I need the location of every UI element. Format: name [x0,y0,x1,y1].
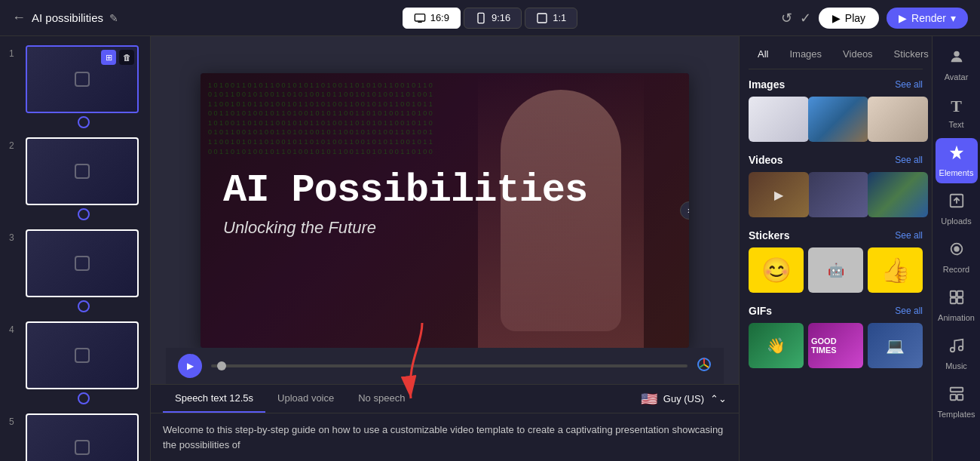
slide-copy-icon[interactable]: ⊞ [101,50,116,65]
video-thumb-1[interactable]: ▶ [749,172,809,217]
speech-text-tab[interactable]: Speech text 12.5s [163,385,265,413]
bottom-panel: Speech text 12.5s Upload voice No speech… [151,384,739,461]
slide-thumb-icons: ⊞ 🗑 [101,50,134,65]
slide-delete-icon[interactable]: 🗑 [119,50,134,65]
speech-tabs: Speech text 12.5s Upload voice No speech… [151,385,739,413]
no-speech-tab[interactable]: No speech [346,385,417,413]
slide-item[interactable]: 1 ⊞ 🗑 [6,42,144,131]
render-button[interactable]: ▶ Render ▾ [887,8,968,29]
svg-rect-12 [957,298,962,303]
sidebar-item-record[interactable]: Record [936,235,978,280]
sticker-robot[interactable]: 🤖 [808,247,863,293]
slide-item[interactable]: 5 [6,410,144,461]
flag-icon: 🇺🇸 [641,391,657,407]
svg-rect-16 [950,395,955,400]
slide-thumb-content [27,323,137,388]
sidebar-item-uploads[interactable]: Uploads [936,186,978,232]
main-area: 1 ⊞ 🗑 2 [0,36,980,461]
undo-button[interactable]: ↺ [781,10,792,26]
monitor-icon [414,12,426,24]
slide-thumb-wrapper [26,413,141,461]
slide-thumb-wrapper: ⊞ 🗑 [26,45,141,128]
slide-loader [75,256,90,271]
sidebar-item-music[interactable]: Music [936,331,978,376]
sidebar-item-elements[interactable]: Elements [936,138,978,183]
slide-progress [26,392,141,404]
record-label: Record [943,265,969,274]
audio-play-button[interactable]: ▶ [178,354,202,378]
animation-icon [948,289,965,309]
sticker-smile[interactable]: 😊 [749,247,804,293]
slide-canvas[interactable]: 1 0 1 0 0 1 1 0 1 0 1 1 0 0 1 0 1 0 1 1 … [201,73,689,348]
video-thumb-3[interactable] [868,172,928,217]
stickers-section: Stickers See all 😊 🤖 👍 [749,229,923,293]
sidebar-item-templates[interactable]: Templates [936,380,978,425]
gif-thumb-2[interactable]: GOOD TIMES [808,323,863,368]
text-icon: T [951,97,962,116]
sticker-thumbsup[interactable]: 👍 [868,247,923,293]
avatar-label: Avatar [945,72,969,81]
speech-text-content[interactable]: Welcome to this step-by-step guide on ho… [151,413,739,461]
play-triangle-icon: ▶ [187,361,194,371]
progress-circle [78,300,90,312]
slide-thumbnail[interactable] [26,137,139,205]
redo-button[interactable]: ✓ [800,10,811,26]
stickers-section-header: Stickers See all [749,229,923,241]
media-tab-stickers[interactable]: Stickers [885,45,932,63]
stickers-title: Stickers [749,229,789,241]
slide-thumbnail[interactable]: ⊞ 🗑 [26,45,139,113]
image-thumb-office[interactable] [749,97,809,142]
slide-loader [75,164,90,179]
aspect-9-16-button[interactable]: 9:16 [464,8,522,29]
svg-rect-11 [950,298,955,303]
back-button[interactable]: ← [12,10,26,26]
square-icon [536,12,548,24]
canvas-wrapper: 1 0 1 0 0 1 1 0 1 0 1 1 0 0 1 0 1 0 1 1 … [151,36,739,384]
aspect-1-1-button[interactable]: 1:1 [525,8,577,29]
canvas-subtitle: Unlocking the Future [223,218,587,238]
audio-progress-bar[interactable] [211,364,688,367]
videos-see-all[interactable]: See all [895,155,923,165]
progress-circle [78,208,90,220]
media-tab-all[interactable]: All [749,45,777,63]
slide-thumbnail[interactable] [26,321,139,389]
slide-item[interactable]: 3 [6,226,144,315]
images-see-all[interactable]: See all [895,79,923,90]
image-thumb-mountain[interactable] [808,97,868,142]
gifs-title: GIFs [749,305,772,317]
gif-thumb-1[interactable]: 👋 [749,323,804,368]
upload-voice-tab[interactable]: Upload voice [265,385,346,413]
play-icon: ▶ [832,12,841,24]
image-thumb-handshake[interactable] [868,97,928,142]
svg-rect-15 [950,388,963,392]
slide-item[interactable]: 4 [6,318,144,407]
video-thumb-2[interactable] [808,172,868,217]
aspect-ratio-selector: 16:9 9:16 1:1 [403,8,578,29]
gif-thumb-3[interactable]: 💻 [868,323,923,368]
elements-label: Elements [939,168,974,177]
slide-progress [26,208,141,220]
voice-selector[interactable]: 🇺🇸 Guy (US) ⌃⌄ [641,391,727,407]
images-section-header: Images See all [749,78,923,91]
sidebar-item-text[interactable]: T Text [936,91,978,135]
media-tabs: All Images Videos Stickers ··· [749,45,923,69]
aspect-16-9-button[interactable]: 16:9 [403,8,461,29]
videos-title: Videos [749,154,783,166]
svg-rect-1 [478,13,484,23]
slide-item[interactable]: 2 [6,134,144,223]
gifs-see-all[interactable]: See all [895,306,923,316]
media-tab-images[interactable]: Images [780,45,831,63]
topbar: ← AI possibilities ✎ 16:9 9:16 1:1 ↺ ✓ ▶… [0,0,980,36]
sidebar-item-animation[interactable]: Animation [936,283,978,328]
images-title: Images [749,78,785,91]
stickers-see-all[interactable]: See all [895,230,923,241]
slide-thumbnail[interactable] [26,229,139,297]
animation-label: Animation [938,313,975,322]
play-button[interactable]: ▶ Play [819,8,879,29]
svg-rect-2 [537,14,547,23]
svg-rect-17 [957,395,962,400]
edit-title-icon[interactable]: ✎ [109,12,118,24]
sidebar-item-avatar[interactable]: Avatar [936,42,978,88]
media-tab-videos[interactable]: Videos [834,45,882,63]
slide-thumbnail[interactable] [26,413,139,461]
